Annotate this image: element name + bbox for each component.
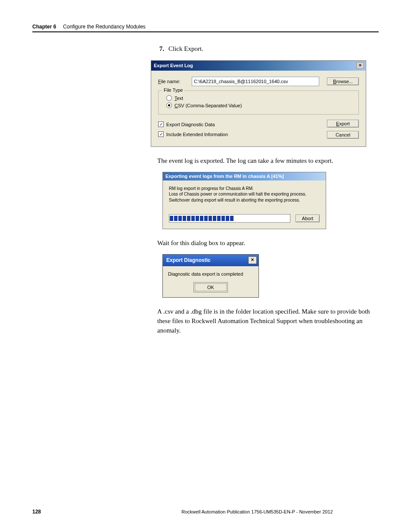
file-name-input[interactable]	[192, 77, 319, 86]
cancel-button[interactable]: Cancel	[327, 131, 359, 139]
dialog-title: Export Event Log	[154, 63, 193, 68]
chapter-title: Configure the Redundancy Modules	[63, 24, 145, 30]
step-text: Click Export.	[168, 45, 203, 53]
progress-msg-line3: Switchover during export will result in …	[169, 197, 320, 203]
checkbox-export-diag-label: Export Diagnostic Data	[166, 122, 215, 127]
page-number: 128	[32, 509, 136, 515]
progress-title: Exporting event logs from the RM in chas…	[165, 174, 284, 179]
paragraph-exported: The event log is exported. The log can t…	[157, 156, 379, 166]
radio-csv[interactable]	[166, 103, 172, 108]
progress-msg-line2: Loss of Chassis power or communication w…	[169, 191, 320, 197]
checkbox-include-ext-label: Include Extended Information	[166, 132, 228, 137]
complete-msg: Diagnostic data export is completed	[167, 271, 254, 277]
header-rule	[32, 31, 379, 32]
complete-title: Export Diagnostic	[166, 257, 211, 263]
fieldset-legend: File Type	[162, 87, 184, 93]
close-icon[interactable]: ×	[356, 62, 364, 69]
chapter-label: Chapter 6	[32, 24, 56, 30]
export-event-log-dialog: Export Event Log × File name: Browse... …	[151, 60, 366, 147]
radio-text[interactable]	[166, 95, 172, 101]
paragraph-wait: Wait for this dialog box to appear.	[157, 239, 379, 248]
ok-button[interactable]: OK	[195, 283, 227, 291]
close-icon[interactable]: ×	[248, 256, 257, 264]
paragraph-files-note: A .csv and a .dbg file is in the folder …	[157, 307, 379, 335]
abort-button[interactable]: Abort	[296, 215, 320, 222]
step-number: 7.	[157, 45, 164, 53]
export-button[interactable]: Export	[327, 120, 359, 128]
progress-msg-line1: RM log export in progress for Chassis A …	[169, 186, 320, 192]
file-type-fieldset: File Type Text CSV (Comma-Separated Valu…	[158, 90, 359, 115]
radio-text-label: Text	[174, 96, 183, 101]
browse-button[interactable]: Browse...	[327, 78, 359, 85]
checkbox-include-ext[interactable]: ✓	[158, 131, 164, 137]
export-diagnostic-dialog: Export Diagnostic × Diagnostic data expo…	[162, 254, 259, 298]
radio-csv-label: CSV (Comma-Separated Value)	[174, 103, 242, 108]
checkbox-export-diag[interactable]: ✓	[158, 121, 164, 127]
exporting-progress-dialog: Exporting event logs from the RM in chas…	[162, 172, 326, 230]
file-name-label: File name:	[158, 79, 184, 84]
publication-info: Rockwell Automation Publication 1756-UM5…	[136, 509, 379, 514]
progress-bar	[169, 214, 290, 223]
